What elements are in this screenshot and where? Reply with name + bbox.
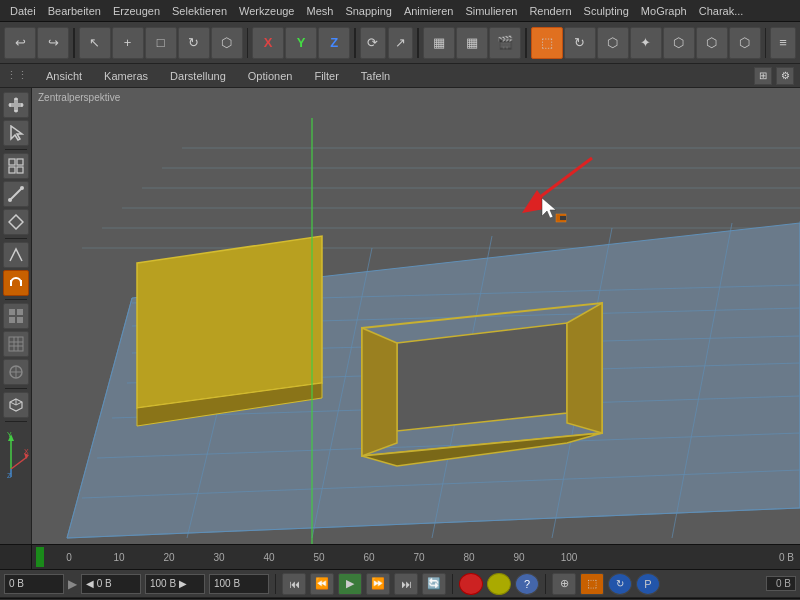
rect-tool-button[interactable]: □ (145, 27, 177, 59)
frame-current-field[interactable]: 0 B (4, 574, 64, 594)
transport-last-button[interactable]: ⏭ (394, 573, 418, 595)
frame-end-field[interactable]: 100 B ▶ (145, 574, 205, 594)
lt-magnet-button[interactable] (3, 270, 29, 296)
lt-sep-2 (5, 238, 27, 239)
render-region-button[interactable]: ▦ (423, 27, 455, 59)
menu-bearbeiten[interactable]: Bearbeiten (42, 3, 107, 19)
menu-selektieren[interactable]: Selektieren (166, 3, 233, 19)
menu-rendern[interactable]: Rendern (523, 3, 577, 19)
tb2-tafeln[interactable]: Tafeln (353, 68, 398, 84)
lt-grid1-button[interactable] (3, 303, 29, 329)
lt-poly-button[interactable] (3, 209, 29, 235)
svg-rect-19 (9, 317, 15, 323)
menubar: Datei Bearbeiten Erzeugen Selektieren We… (0, 0, 800, 22)
lt-select-button[interactable] (3, 120, 29, 146)
viewport-canvas (32, 88, 800, 544)
menu-werkzeuge[interactable]: Werkzeuge (233, 3, 300, 19)
select-tool-button[interactable]: ↖ (79, 27, 111, 59)
tb2-filter[interactable]: Filter (306, 68, 346, 84)
frame-start-field[interactable]: ◀ 0 B (81, 574, 141, 594)
menu-mesh[interactable]: Mesh (300, 3, 339, 19)
timeline-right-label: 0 B (773, 552, 800, 563)
spline-button[interactable]: ↻ (608, 573, 632, 595)
toolbar-separator-2 (247, 28, 249, 58)
svg-text:Y: Y (7, 431, 12, 438)
lt-grid2-button[interactable] (3, 331, 29, 357)
lt-pen-button[interactable] (3, 242, 29, 268)
tb2-kameras[interactable]: Kameras (96, 68, 156, 84)
lt-sep-3 (5, 299, 27, 300)
axis-x-button[interactable]: X (252, 27, 284, 59)
lt-grid3-button[interactable] (3, 359, 29, 385)
record-button[interactable] (459, 573, 483, 595)
svg-marker-14 (9, 215, 23, 229)
render-anim-button[interactable]: 🎬 (489, 27, 521, 59)
timeline-marker-20: 20 (144, 552, 194, 563)
light-button[interactable]: ⬡ (729, 27, 761, 59)
main-area: Y X Z Zentralperspektive (0, 88, 800, 544)
axis-z-button[interactable]: Z (318, 27, 350, 59)
menu-charak[interactable]: Charak... (693, 3, 750, 19)
menu-datei[interactable]: Datei (4, 3, 42, 19)
lt-point-button[interactable] (3, 153, 29, 179)
spline-button[interactable]: ⬡ (663, 27, 695, 59)
transport-bar: 0 B ▶ ◀ 0 B 100 B ▶ 100 B ⏮ ⏪ ▶ ⏩ ⏭ 🔄 ? … (0, 570, 800, 598)
object-snap-button[interactable]: ⬚ (580, 573, 604, 595)
add-button[interactable]: + (112, 27, 144, 59)
svg-rect-8 (17, 159, 23, 165)
timeline-marker-40: 40 (244, 552, 294, 563)
render-button[interactable]: ▦ (456, 27, 488, 59)
lt-edge-button[interactable] (3, 181, 29, 207)
svg-rect-76 (560, 216, 566, 220)
deform-button[interactable]: ⬡ (597, 27, 629, 59)
redo-button[interactable]: ↪ (37, 27, 69, 59)
help-button[interactable]: ? (515, 573, 539, 595)
toolbar-separator-6 (765, 28, 767, 58)
lt-move-button[interactable] (3, 92, 29, 118)
field-button[interactable]: ✦ (630, 27, 662, 59)
viewport-label: Zentralperspektive (38, 92, 120, 103)
toolbar-separator-5 (525, 28, 527, 58)
snap-button[interactable]: ↗ (388, 27, 414, 59)
timeline-playhead[interactable] (36, 547, 44, 567)
scale-button[interactable]: ⬡ (211, 27, 243, 59)
axis-y-button[interactable]: Y (285, 27, 317, 59)
menu-animieren[interactable]: Animieren (398, 3, 460, 19)
world-button[interactable]: ⟳ (360, 27, 386, 59)
frame-total-field[interactable]: 100 B (209, 574, 269, 594)
lt-cube-button[interactable] (3, 392, 29, 418)
undo-button[interactable]: ↩ (4, 27, 36, 59)
svg-point-13 (20, 186, 24, 190)
menu-sculpting[interactable]: Sculpting (578, 3, 635, 19)
transport-prev-button[interactable]: ⏪ (310, 573, 334, 595)
transport-first-button[interactable]: ⏮ (282, 573, 306, 595)
menu-simulieren[interactable]: Simulieren (459, 3, 523, 19)
rotate-button[interactable]: ↻ (178, 27, 210, 59)
anim-button[interactable]: ↻ (564, 27, 596, 59)
camera-button[interactable]: ⬡ (696, 27, 728, 59)
toolbar-render-group: ▦ ▦ 🎬 (423, 27, 521, 59)
viewport[interactable]: Zentralperspektive (32, 88, 800, 544)
transport-next-button[interactable]: ⏩ (366, 573, 390, 595)
tb2-layout-icon[interactable]: ⊞ (754, 67, 772, 85)
tb2-darstellung[interactable]: Darstellung (162, 68, 234, 84)
transport-play-button[interactable]: ▶ (338, 573, 362, 595)
transport-loop-button[interactable]: 🔄 (422, 573, 446, 595)
menu-snapping[interactable]: Snapping (339, 3, 398, 19)
svg-text:X: X (24, 448, 29, 455)
render-view-button[interactable]: P (636, 573, 660, 595)
tb2-optionen[interactable]: Optionen (240, 68, 301, 84)
more-button[interactable]: ≡ (770, 27, 796, 59)
tb2-ansicht[interactable]: Ansicht (38, 68, 90, 84)
timeline-left-pad (0, 545, 32, 569)
svg-marker-64 (137, 236, 322, 408)
timeline-numbers[interactable]: 0 10 20 30 40 50 60 70 80 90 100 (32, 547, 773, 567)
lt-sep-4 (5, 388, 27, 389)
object-button[interactable]: ⬚ (531, 27, 563, 59)
tb2-drag: ⋮⋮ (6, 69, 28, 82)
menu-erzeugen[interactable]: Erzeugen (107, 3, 166, 19)
tb2-settings-icon[interactable]: ⚙ (776, 67, 794, 85)
snapping-button[interactable]: ⊕ (552, 573, 576, 595)
keyframe-button[interactable] (487, 573, 511, 595)
menu-mograph[interactable]: MoGraph (635, 3, 693, 19)
